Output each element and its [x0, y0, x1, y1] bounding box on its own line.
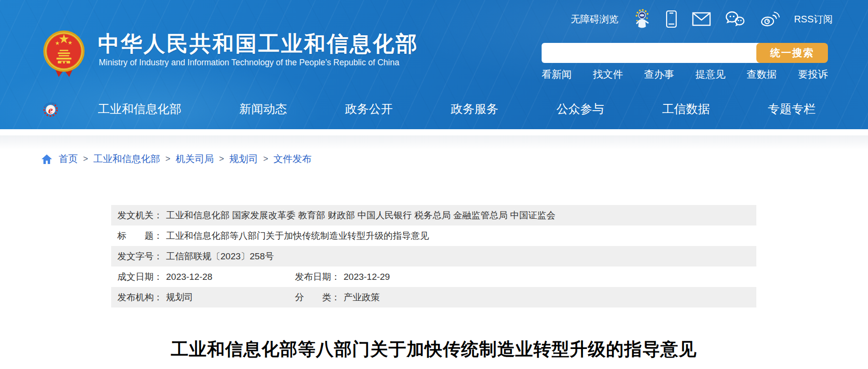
nav-item-news[interactable]: 新闻动态	[240, 101, 287, 117]
meta-label: 发布机构：	[117, 292, 163, 302]
meta-row-issuing-agency: 发文机关：工业和信息化部 国家发展改革委 教育部 财政部 中国人民银行 税务总局…	[111, 205, 756, 226]
nav-item-gov-info[interactable]: 政务公开	[345, 101, 393, 117]
breadcrumb-separator: >	[263, 154, 269, 164]
utility-bar: 无障碍浏览	[571, 9, 833, 30]
accessibility-link[interactable]: 无障碍浏览	[571, 13, 618, 26]
breadcrumb-planning-dept[interactable]: 规划司	[230, 153, 258, 165]
meta-value: 产业政策	[344, 292, 380, 302]
quick-link-documents[interactable]: 找文件	[593, 68, 623, 81]
meta-row-dates: 成文日期：2023-12-28 发布日期：2023-12-29	[111, 266, 756, 287]
nav-item-data[interactable]: 工信数据	[662, 101, 710, 117]
meta-value: 工业和信息化部 国家发展改革委 教育部 财政部 中国人民银行 税务总局 金融监管…	[166, 210, 555, 220]
meta-label: 标 题：	[117, 231, 163, 241]
miit-gov-page: 无障碍浏览	[0, 0, 868, 369]
national-emblem-logo	[42, 27, 86, 79]
breadcrumb-separator: >	[219, 154, 224, 164]
nav-item-participation[interactable]: 公众参与	[556, 101, 604, 117]
quick-link-complaints[interactable]: 要投诉	[798, 68, 828, 81]
meta-value: 规划司	[166, 292, 193, 302]
meta-row-document-number: 发文字号：工信部联规〔2023〕258号	[111, 246, 756, 266]
home-icon[interactable]	[41, 154, 52, 165]
breadcrumb-separator: >	[83, 154, 88, 164]
meta-value: 工信部联规〔2023〕258号	[166, 251, 274, 261]
svg-text:e: e	[48, 104, 53, 116]
rss-link[interactable]: RSS订阅	[794, 13, 833, 26]
meta-label: 发文机关：	[117, 210, 163, 220]
wechat-icon[interactable]	[725, 10, 745, 28]
meta-value: 工业和信息化部等八部门关于加快传统制造业转型升级的指导意见	[166, 231, 429, 241]
meta-label: 分 类：	[295, 292, 340, 302]
site-title-english: Ministry of Industry and Information Tec…	[99, 58, 399, 68]
breadcrumb-separator: >	[166, 154, 171, 164]
breadcrumb-departments[interactable]: 机关司局	[176, 153, 214, 165]
site-header: 无障碍浏览	[0, 0, 868, 129]
breadcrumb-document-release[interactable]: 文件发布	[273, 153, 312, 165]
quick-link-feedback[interactable]: 提意见	[695, 68, 725, 81]
mail-icon[interactable]	[692, 12, 711, 26]
search-input[interactable]	[542, 43, 761, 63]
quick-link-news[interactable]: 看新闻	[542, 68, 572, 81]
meta-label: 发布日期：	[295, 272, 340, 282]
breadcrumb: 首页 > 工业和信息化部 > 机关司局 > 规划司 > 文件发布	[41, 153, 312, 165]
nav-item-miit[interactable]: 工业和信息化部	[98, 101, 181, 117]
nav-item-topics[interactable]: 专题专栏	[768, 101, 816, 117]
site-title: 中华人民共和国工业和信息化部	[98, 30, 418, 58]
quick-links: 看新闻 找文件 查办事 提意见 查数据 要投诉	[542, 68, 828, 81]
meta-label: 成文日期：	[117, 272, 163, 282]
nav-item-gov-services[interactable]: 政务服务	[451, 101, 499, 117]
meta-value: 2023-12-29	[344, 272, 390, 282]
main-nav: 工业和信息化部 新闻动态 政务公开 政务服务 公众参与 工信数据 专题专栏	[98, 97, 816, 121]
meta-row-title: 标 题：工业和信息化部等八部门关于加快传统制造业转型升级的指导意见	[111, 226, 756, 246]
document-meta-table: 发文机关：工业和信息化部 国家发展改革委 教育部 财政部 中国人民银行 税务总局…	[111, 205, 756, 308]
quick-link-services[interactable]: 查办事	[644, 68, 674, 81]
meta-row-publisher-category: 发布机构：规划司 分 类：产业政策	[111, 287, 756, 308]
document-title: 工业和信息化部等八部门关于加快传统制造业转型升级的指导意见	[111, 338, 756, 361]
header-shadow	[0, 135, 868, 150]
mobile-icon[interactable]	[665, 10, 678, 28]
meta-value: 2023-12-28	[166, 272, 212, 282]
robot-mascot-icon[interactable]	[633, 9, 651, 30]
breadcrumb-home[interactable]: 首页	[59, 153, 78, 165]
unified-search-button[interactable]: 统一搜索	[756, 43, 828, 63]
weibo-icon[interactable]	[760, 10, 780, 28]
quick-link-data[interactable]: 查数据	[747, 68, 777, 81]
miit-e-logo-icon: e	[41, 99, 60, 118]
meta-label: 发文字号：	[117, 251, 163, 261]
breadcrumb-miit[interactable]: 工业和信息化部	[94, 153, 160, 165]
search-bar: 统一搜索	[542, 43, 828, 63]
